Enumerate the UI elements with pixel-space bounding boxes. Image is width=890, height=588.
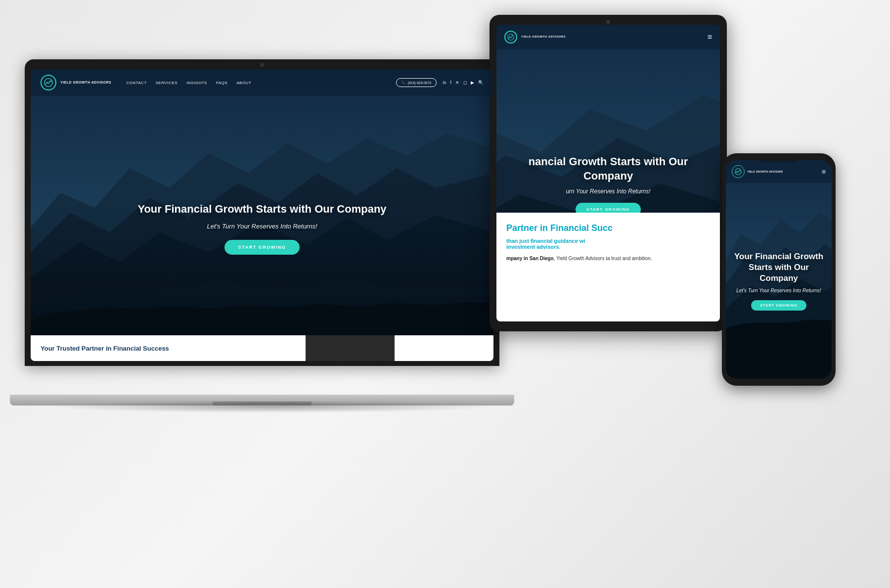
phone-hero-cta-button[interactable]: START GROWING [751, 300, 806, 311]
social-icons-bar: in f ✕ ◻ ▶ 🔍 [443, 80, 484, 85]
tablet-logo: YIELD GROWTH ADVISORS [504, 31, 566, 44]
laptop-navbar: YIELD GROWTH ADVISORS CONTACT SERVICES I… [31, 69, 493, 96]
scene: YIELD GROWTH ADVISORS CONTACT SERVICES I… [0, 0, 890, 588]
instagram-icon[interactable]: ◻ [463, 80, 467, 85]
tablet-lower-text: mpany in San Diego, Yield Growth Advisor… [506, 255, 710, 262]
tablet-website: YIELD GROWTH ADVISORS ≡ nancial Growth S… [496, 25, 720, 321]
laptop-screen: YIELD GROWTH ADVISORS CONTACT SERVICES I… [31, 69, 493, 361]
tablet-lower-section: Partner in Financial Succ than just fina… [496, 213, 720, 321]
laptop-footer-bar: Your Trusted Partner in Financial Succes… [31, 335, 493, 361]
laptop-logo-text: YIELD GROWTH ADVISORS [60, 81, 111, 85]
search-icon[interactable]: 🔍 [478, 80, 484, 85]
nav-insights[interactable]: INSIGHTS [186, 81, 207, 85]
twitter-icon[interactable]: ✕ [455, 80, 459, 85]
tablet-logo-circle [504, 31, 517, 44]
facebook-icon[interactable]: f [450, 80, 451, 85]
nav-contact[interactable]: CONTACT [126, 81, 147, 85]
phone-logo-icon [735, 168, 742, 175]
svg-point-9 [735, 169, 742, 175]
tablet-logo-icon [507, 34, 514, 41]
laptop-bezel: YIELD GROWTH ADVISORS CONTACT SERVICES I… [25, 59, 499, 366]
hero-title: Your Financial Growth Starts with Our Co… [137, 202, 386, 217]
nav-faqs[interactable]: FAQS [216, 81, 227, 85]
footer-dark-box [306, 335, 395, 361]
tablet-device: YIELD GROWTH ADVISORS ≡ nancial Growth S… [490, 15, 727, 331]
laptop-camera [260, 63, 264, 67]
tablet-hero-title: nancial Growth Starts with Our Company [522, 155, 695, 183]
tablet-navbar: YIELD GROWTH ADVISORS ≡ [496, 25, 720, 49]
nav-services[interactable]: SERVICES [156, 81, 178, 85]
footer-title: Your Trusted Partner in Financial Succes… [41, 345, 169, 352]
hero-subtitle: Let's Turn Your Reserves Into Returns! [207, 223, 317, 230]
phone-hero-title: Your Financial Growth Starts with Our Co… [733, 251, 825, 284]
svg-point-6 [508, 34, 514, 41]
nav-about[interactable]: ABOUT [236, 81, 251, 85]
phone-icon: 📞 [401, 81, 406, 85]
svg-point-2 [44, 79, 52, 87]
laptop-website: YIELD GROWTH ADVISORS CONTACT SERVICES I… [31, 69, 493, 361]
phone-button[interactable]: 📞 (619) 629-0072 [396, 78, 437, 87]
logo-icon [44, 78, 53, 87]
phone-logo-area: YIELD GROWTH ADVISORS [732, 165, 783, 178]
youtube-icon[interactable]: ▶ [471, 80, 474, 85]
logo-circle [41, 75, 56, 90]
phone-navbar: YIELD GROWTH ADVISORS ≡ [726, 160, 832, 183]
phone-logo-text: YIELD GROWTH ADVISORS [747, 170, 783, 173]
tablet-bezel: YIELD GROWTH ADVISORS ≡ nancial Growth S… [490, 15, 727, 331]
laptop-nav-links: CONTACT SERVICES INSIGHTS FAQS ABOUT [126, 81, 396, 85]
tablet-screen: YIELD GROWTH ADVISORS ≡ nancial Growth S… [496, 25, 720, 321]
laptop-logo: YIELD GROWTH ADVISORS [41, 75, 111, 90]
phone-number: (619) 629-0072 [408, 81, 432, 85]
linkedin-icon[interactable]: in [443, 80, 446, 85]
phone-hamburger-icon[interactable]: ≡ [822, 168, 826, 176]
laptop-device: YIELD GROWTH ADVISORS CONTACT SERVICES I… [25, 59, 509, 406]
phone-bezel: YIELD GROWTH ADVISORS ≡ Your Financial G… [722, 153, 836, 386]
laptop-hero: Your Financial Growth Starts with Our Co… [31, 69, 493, 361]
tablet-hero-subtitle: urn Your Reserves Into Returns! [566, 188, 650, 195]
phone-hero-subtitle: Let's Turn Your Reserves Into Returns! [736, 288, 821, 293]
phone-screen: YIELD GROWTH ADVISORS ≡ Your Financial G… [726, 160, 832, 379]
phone-website: YIELD GROWTH ADVISORS ≡ Your Financial G… [726, 160, 832, 379]
phone-hero: Your Financial Growth Starts with Our Co… [726, 160, 832, 379]
hamburger-icon[interactable]: ≡ [708, 33, 712, 42]
tablet-lower-title: Partner in Financial Succ [506, 223, 710, 234]
tablet-camera [606, 20, 610, 24]
phone-device: YIELD GROWTH ADVISORS ≡ Your Financial G… [722, 153, 836, 386]
hero-cta-button[interactable]: START GROWING [224, 240, 300, 255]
tablet-logo-text: YIELD GROWTH ADVISORS [521, 35, 566, 39]
tablet-lower-subtitle: than just financial guidance wiinvestmen… [506, 238, 710, 250]
laptop-shadow [49, 401, 494, 413]
phone-logo-circle [732, 165, 745, 178]
